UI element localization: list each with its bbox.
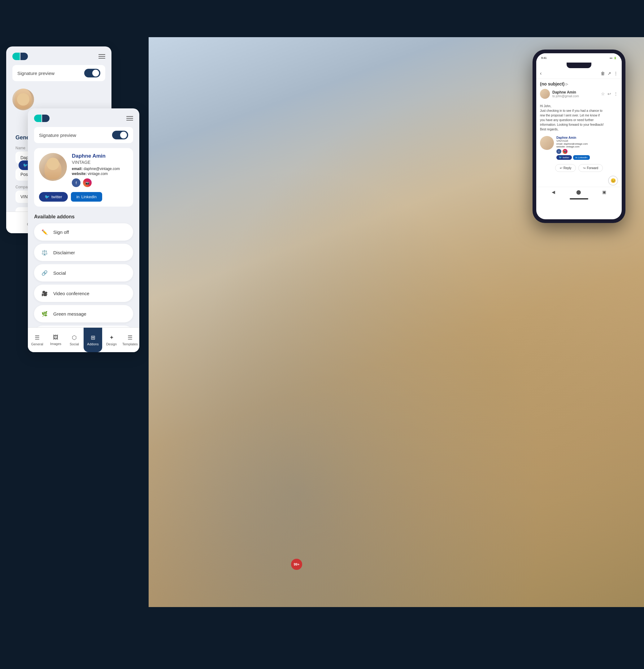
forward-indicator: ▷ <box>566 82 568 86</box>
sender-avatar <box>540 89 550 99</box>
sig-card: Daphne Amin VINTAGE email: daphne@vintag… <box>34 148 133 207</box>
sig-preview-label-bg: Signature preview <box>17 71 55 76</box>
phone-mockup: 9:41 ▪▪▪ 🔋 ‹ 🗑 ↗ ⋮ <box>532 49 626 223</box>
general-nav-icon: ☰ <box>35 334 40 341</box>
forward-button[interactable]: ↪ Forward <box>578 164 603 172</box>
sig-buttons: 🐦 twitter in LinkedIn <box>39 192 128 202</box>
nav-design[interactable]: ✦ Design <box>102 328 121 352</box>
nav-general-label: General <box>31 342 43 346</box>
reply-icon-sm[interactable]: ↩ <box>607 91 611 96</box>
sig-preview-bar-fg: Signature preview <box>34 127 133 143</box>
twitter-icon-bg: 🐦 <box>23 163 28 168</box>
forward-arrow-icon: ↪ <box>583 166 586 170</box>
nav-templates[interactable]: ☰ Templates <box>121 328 139 352</box>
phone-sig-info: Daphne Amin VINTAGE email: daphne@vintag… <box>556 136 590 160</box>
bottom-bar <box>0 607 644 669</box>
nav-templates-label: Templates <box>122 342 138 346</box>
logo-left-fg <box>34 115 42 122</box>
phone-fb-icon[interactable]: f <box>556 149 561 154</box>
trash-icon[interactable]: 🗑 <box>601 71 605 76</box>
twitter-bird-icon: 🐦 <box>45 195 49 199</box>
logo-fg <box>34 115 49 122</box>
phone-back-nav[interactable]: ◀ <box>552 189 555 195</box>
sign-off-icon: ✏️ <box>40 228 49 236</box>
logo-bg <box>12 53 28 60</box>
sig-social-icons: f 📷 <box>72 179 128 187</box>
addon-disclaimer[interactable]: ⚖️ Disclaimer <box>34 244 133 261</box>
reply-button[interactable]: ↩ Reply <box>555 164 576 172</box>
phone-sig-avatar <box>540 136 554 150</box>
disclaimer-icon: ⚖️ <box>40 248 49 257</box>
logo-left <box>12 53 20 60</box>
more-icon-sm[interactable]: ⋮ <box>614 91 618 96</box>
logo-right <box>20 53 28 60</box>
addon-sign-off-label: Sign off <box>53 229 69 235</box>
facebook-icon[interactable]: f <box>72 179 81 187</box>
templates-nav-icon: ☰ <box>128 334 132 341</box>
panel-bg-header <box>12 53 105 60</box>
addon-sign-off[interactable]: ✏️ Sign off <box>34 223 133 241</box>
phone-email-body: Hi John, Just checking in to see if you … <box>536 101 622 134</box>
phone-home-nav[interactable]: ⬤ <box>576 189 581 195</box>
star-icon[interactable]: ☆ <box>601 91 605 96</box>
design-nav-icon: ✦ <box>109 334 114 341</box>
sig-company: VINTAGE <box>72 160 128 165</box>
nav-addons-label: Addons <box>87 342 98 346</box>
logo-right-fg <box>42 115 49 122</box>
panel-foreground: Signature preview Daphne Amin VINTAGE em… <box>28 109 139 352</box>
sig-info: Daphne Amin VINTAGE email: daphne@vintag… <box>72 153 128 187</box>
phone-linkedin-btn[interactable]: in LinkedIn <box>573 155 590 160</box>
instagram-icon[interactable]: 📷 <box>83 179 92 187</box>
nav-general[interactable]: ☰ General <box>28 328 46 352</box>
bottom-nav-fg: ☰ General 🖼 Images ⬡ Social ⊞ Addons ✦ <box>28 327 139 352</box>
header-actions: 🗑 ↗ ⋮ <box>601 71 618 76</box>
images-nav-icon: 🖼 <box>53 334 58 341</box>
addon-green-message[interactable]: 🌿 Green message <box>34 305 133 323</box>
nav-addons[interactable]: ⊞ Addons <box>84 328 102 352</box>
emoji-button[interactable]: 😊 <box>608 175 618 186</box>
linkedin-button[interactable]: in LinkedIn <box>71 192 102 202</box>
phone-screen: 9:41 ▪▪▪ 🔋 ‹ 🗑 ↗ ⋮ <box>536 53 622 219</box>
menu-icon-fg[interactable] <box>126 116 133 120</box>
phone-sender: Daphne Amin to john@gmail.com ☆ ↩ ⋮ <box>536 88 622 101</box>
reply-arrow-icon: ↩ <box>560 166 562 170</box>
linkedin-icon: in <box>76 195 80 199</box>
twitter-button[interactable]: 🐦 twitter <box>39 192 68 202</box>
avatar-bg <box>12 89 34 110</box>
phone-notch <box>567 62 591 68</box>
addon-social[interactable]: 🔗 Social <box>34 264 133 282</box>
addon-video-conference[interactable]: 🎥 Video conference <box>34 285 133 302</box>
phone-recents-nav[interactable]: ▣ <box>602 189 606 195</box>
back-icon[interactable]: ‹ <box>540 71 542 76</box>
sig-name: Daphne Amin <box>72 153 128 159</box>
addons-section: Available addons ✏️ Sign off ⚖️ Disclaim… <box>34 211 133 343</box>
phone-sig-buttons: 🐦 twitter in LinkedIn <box>556 155 590 160</box>
nav-images[interactable]: 🖼 Images <box>46 328 65 352</box>
addon-disclaimer-label: Disclaimer <box>53 250 75 255</box>
social-nav-icon: ⬡ <box>72 334 77 341</box>
phone-nav-bar: ◀ ⬤ ▣ <box>536 187 622 197</box>
share-icon[interactable]: ↗ <box>607 71 611 76</box>
nav-social[interactable]: ⬡ Social <box>65 328 84 352</box>
social-icon: 🔗 <box>40 269 49 277</box>
sender-info: Daphne Amin to john@gmail.com <box>552 90 599 98</box>
addon-social-label: Social <box>53 270 66 276</box>
sender-to: to john@gmail.com <box>552 95 599 98</box>
addons-title: Available addons <box>34 214 133 219</box>
sig-preview-bar-bg: Signature preview <box>12 65 105 81</box>
video-conference-icon: 🎥 <box>40 289 49 298</box>
nav-design-label: Design <box>106 342 117 346</box>
phone-sig-name: Daphne Amin <box>556 136 590 139</box>
phone-twitter-btn[interactable]: 🐦 twitter <box>556 155 572 160</box>
sig-email: email: daphne@vintage.com <box>72 167 128 171</box>
menu-icon-bg[interactable] <box>98 54 105 59</box>
phone-reply-bar: ↩ Reply ↪ Forward <box>536 162 622 174</box>
sig-toggle-bg[interactable] <box>84 69 100 77</box>
sig-toggle-fg[interactable] <box>112 131 128 139</box>
phone-social-icons: f 📷 <box>556 149 590 154</box>
sig-card-inner: Daphne Amin VINTAGE email: daphne@vintag… <box>39 153 128 187</box>
sig-avatar-fg <box>39 153 67 181</box>
more-icon[interactable]: ⋮ <box>614 71 618 76</box>
phone-ig-icon[interactable]: 📷 <box>562 149 568 154</box>
panel-fg-header <box>34 115 133 122</box>
